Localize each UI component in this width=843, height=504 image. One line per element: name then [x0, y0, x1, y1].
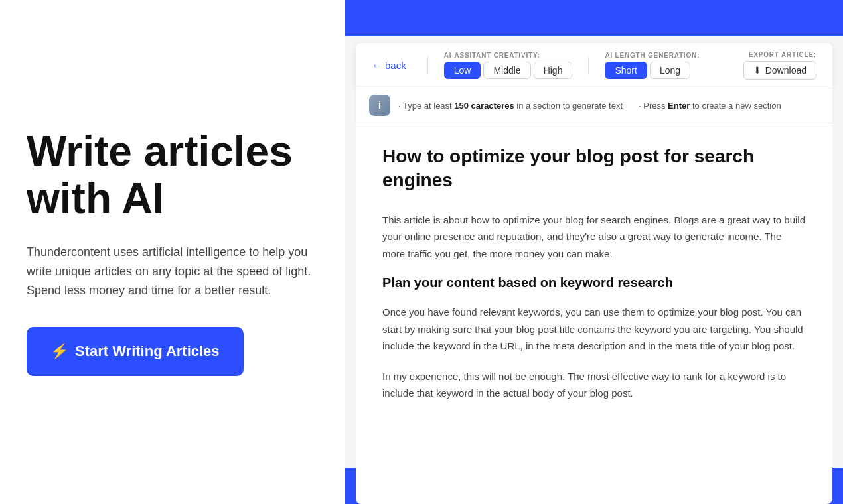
creativity-middle-btn[interactable]: Middle	[483, 62, 530, 79]
creativity-label: AI-ASSITANT CREATIVITY:	[444, 52, 573, 59]
description-text: Thundercontent uses artificial intellige…	[27, 243, 319, 300]
cta-button[interactable]: ⚡ Start Writing Articles	[27, 327, 244, 376]
article-section1-para2: In my experience, this will not be enoug…	[382, 368, 806, 402]
length-short-btn[interactable]: Short	[605, 62, 647, 79]
download-button[interactable]: ⬇ Download	[743, 61, 816, 80]
back-arrow-icon: ←	[372, 60, 382, 72]
hint1: · Type at least 150 caracteres in a sect…	[398, 101, 623, 111]
download-icon: ⬇	[753, 65, 761, 76]
length-group: AI LENGTH GENERATION: Short Long	[605, 52, 700, 79]
article-section1-para1: Once you have found relevant keywords, y…	[382, 304, 806, 355]
toolbar-divider-1	[427, 56, 428, 75]
info-bar: i · Type at least 150 caracteres in a se…	[356, 88, 832, 123]
top-blue-bar	[345, 0, 843, 36]
right-panel: ← back AI-ASSITANT CREATIVITY: Low Middl…	[345, 0, 843, 504]
article-para1: This article is about how to optimize yo…	[382, 212, 806, 263]
article-area: How to optimize your blog post for searc…	[356, 123, 832, 504]
article-section1-title: Plan your content based on keyword resea…	[382, 275, 806, 290]
length-label: AI LENGTH GENERATION:	[605, 52, 700, 59]
creativity-options: Low Middle High	[444, 62, 573, 79]
export-group: EXPORT ARTICLE: ⬇ Download	[743, 51, 816, 80]
article-title: How to optimize your blog post for searc…	[382, 145, 806, 193]
creativity-high-btn[interactable]: High	[534, 62, 573, 79]
toolbar: ← back AI-ASSITANT CREATIVITY: Low Middl…	[356, 43, 832, 88]
back-label: back	[385, 60, 406, 71]
cta-label: Start Writing Articles	[75, 343, 220, 360]
hint2: · Press Enter to create a new section	[639, 101, 781, 111]
export-label: EXPORT ARTICLE:	[749, 51, 816, 58]
creativity-group: AI-ASSITANT CREATIVITY: Low Middle High	[444, 52, 573, 79]
download-label: Download	[765, 65, 806, 76]
info-icon: i	[369, 95, 390, 116]
cta-emoji: ⚡	[50, 343, 68, 360]
toolbar-divider-2	[588, 56, 589, 75]
headline: Write articles with AI	[27, 128, 319, 221]
left-panel: Write articles with AI Thundercontent us…	[0, 0, 345, 504]
creativity-low-btn[interactable]: Low	[444, 62, 481, 79]
back-button[interactable]: ← back	[372, 60, 406, 72]
length-options: Short Long	[605, 62, 700, 79]
length-long-btn[interactable]: Long	[650, 62, 690, 79]
info-hints: · Type at least 150 caracteres in a sect…	[398, 101, 781, 111]
